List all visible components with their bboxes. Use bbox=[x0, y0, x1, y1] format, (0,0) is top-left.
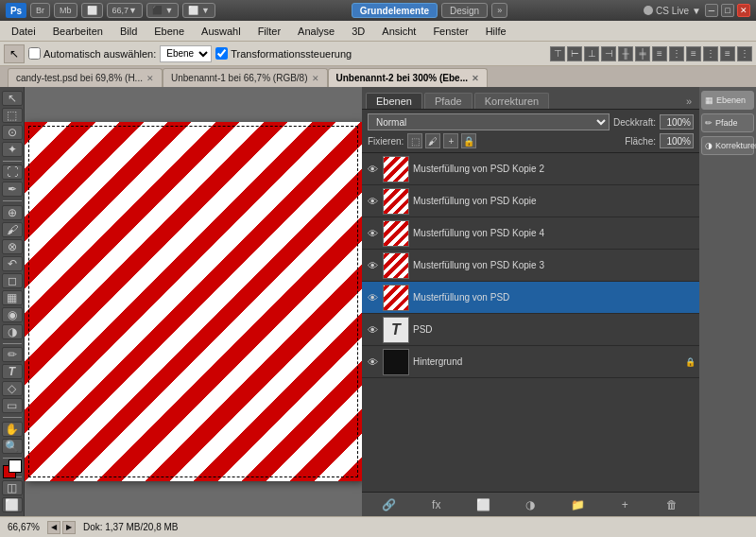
workspace-design[interactable]: Design bbox=[441, 3, 488, 18]
layer-item[interactable]: 👁 T PSD bbox=[362, 314, 699, 346]
distribute-btn-4[interactable]: ⋮ bbox=[703, 46, 718, 61]
menu-ansicht[interactable]: Ansicht bbox=[374, 24, 423, 39]
layer-item[interactable]: 👁 Musterfüllung von PSD Kopie 2 bbox=[362, 153, 699, 185]
menu-bearbeiten[interactable]: Bearbeiten bbox=[45, 24, 111, 39]
tab-close-unbenannt1[interactable]: ✕ bbox=[312, 74, 319, 83]
nav-next-btn[interactable]: ▶ bbox=[62, 521, 76, 534]
align-btn-6[interactable]: ╪ bbox=[635, 46, 650, 61]
layer-visibility-toggle[interactable]: 👁 bbox=[366, 291, 379, 304]
heal-tool[interactable]: ⊕ bbox=[2, 205, 23, 220]
transform-checkbox[interactable] bbox=[215, 47, 228, 60]
layer-item[interactable]: 👁 Musterfüllung von PSD Kopie bbox=[362, 185, 699, 217]
crop-tool[interactable]: ⛶ bbox=[2, 165, 23, 180]
panel-more-btn[interactable]: » bbox=[682, 94, 696, 109]
layer-mask-btn[interactable]: ⬜ bbox=[474, 496, 493, 513]
menu-auswahl[interactable]: Auswahl bbox=[194, 24, 249, 39]
view-btn[interactable]: ⬛ ▼ bbox=[146, 3, 179, 18]
brush-tool[interactable]: 🖌 bbox=[2, 222, 23, 237]
zoom-tool[interactable]: 🔍 bbox=[2, 439, 23, 454]
menu-3d[interactable]: 3D bbox=[344, 24, 372, 39]
eyedropper-tool[interactable]: ✒ bbox=[2, 182, 23, 197]
layer-style-btn[interactable]: fx bbox=[427, 496, 446, 513]
menu-analyse[interactable]: Analyse bbox=[290, 24, 342, 39]
tab-pfade[interactable]: Pfade bbox=[424, 93, 472, 109]
workspace-more[interactable]: » bbox=[491, 3, 507, 18]
layer-item[interactable]: 👁 Musterfüllung von PSD Kopie 3 bbox=[362, 250, 699, 282]
pen-tool[interactable]: ✏ bbox=[2, 347, 23, 362]
bridge-btn[interactable]: Br bbox=[30, 3, 50, 18]
path-tool[interactable]: ◇ bbox=[2, 381, 23, 396]
close-btn[interactable]: ✕ bbox=[737, 4, 750, 17]
align-btn-4[interactable]: ⊣ bbox=[601, 46, 616, 61]
menu-datei[interactable]: Datei bbox=[4, 24, 43, 39]
align-btn-5[interactable]: ╫ bbox=[618, 46, 633, 61]
blur-tool[interactable]: ◉ bbox=[2, 307, 23, 322]
text-tool[interactable]: T bbox=[2, 364, 23, 379]
float-pfade-btn[interactable]: ✏ Pfade bbox=[701, 113, 754, 132]
history-tool[interactable]: ↶ bbox=[2, 256, 23, 271]
float-ebenen-btn[interactable]: ▦ Ebenen bbox=[701, 91, 754, 110]
menu-hilfe[interactable]: Hilfe bbox=[478, 24, 514, 39]
nav-prev-btn[interactable]: ◀ bbox=[47, 521, 60, 534]
align-btn-3[interactable]: ⊥ bbox=[584, 46, 599, 61]
distribute-btn-1[interactable]: ≡ bbox=[652, 46, 667, 61]
maximize-btn[interactable]: □ bbox=[721, 4, 734, 17]
magic-wand[interactable]: ✦ bbox=[2, 142, 23, 157]
link-layers-btn[interactable]: 🔗 bbox=[380, 496, 399, 513]
tab-candy[interactable]: candy-test.psd bei 69,8% (H... ✕ bbox=[8, 68, 163, 87]
lock-image[interactable]: 🖌 bbox=[425, 133, 440, 148]
extra-btn[interactable]: ⬜ ▼ bbox=[182, 3, 215, 18]
auto-select-checkbox[interactable] bbox=[28, 47, 41, 60]
gradient-tool[interactable]: ▦ bbox=[2, 290, 23, 305]
minimize-btn[interactable]: ─ bbox=[705, 4, 718, 17]
layer-visibility-toggle[interactable]: 👁 bbox=[366, 195, 379, 208]
delete-layer-btn[interactable]: 🗑 bbox=[662, 496, 681, 513]
tab-close-candy[interactable]: ✕ bbox=[146, 74, 154, 83]
stamp-tool[interactable]: ⊗ bbox=[2, 239, 23, 254]
layer-visibility-toggle[interactable]: 👁 bbox=[366, 227, 379, 240]
new-group-btn[interactable]: 📁 bbox=[568, 496, 587, 513]
align-btn-2[interactable]: ⊢ bbox=[567, 46, 582, 61]
workspace-grundelemente[interactable]: Grundelemente bbox=[352, 3, 438, 18]
layer-visibility-toggle[interactable]: 👁 bbox=[366, 355, 379, 369]
tab-ebenen[interactable]: Ebenen bbox=[366, 93, 422, 109]
dodge-tool[interactable]: ◑ bbox=[2, 324, 23, 339]
menu-ebene[interactable]: Ebene bbox=[146, 24, 192, 39]
lock-transparent[interactable]: ⬚ bbox=[407, 133, 422, 148]
layer-item[interactable]: 👁 Hintergrund 🔒 bbox=[362, 346, 699, 378]
layer-item[interactable]: 👁 Musterfüllung von PSD Kopie 4 bbox=[362, 217, 699, 250]
layer-visibility-toggle[interactable]: 👁 bbox=[366, 163, 379, 176]
float-korrekturen-btn[interactable]: ◑ Korrekturen bbox=[701, 136, 754, 155]
menu-fenster[interactable]: Fenster bbox=[425, 24, 475, 39]
lasso-tool[interactable]: ⊙ bbox=[2, 125, 23, 140]
tab-korrekturen[interactable]: Korrekturen bbox=[474, 93, 549, 109]
layer-visibility-toggle[interactable]: 👁 bbox=[366, 259, 379, 272]
quick-mask[interactable]: ◫ bbox=[2, 480, 23, 495]
new-fill-layer-btn[interactable]: ◑ bbox=[521, 496, 540, 513]
zoom-btn[interactable]: 66,7 ▼ bbox=[107, 3, 143, 18]
menu-bild[interactable]: Bild bbox=[112, 24, 145, 39]
fill-input[interactable] bbox=[660, 133, 694, 148]
color-picker[interactable] bbox=[3, 465, 22, 473]
layer-visibility-toggle[interactable]: 👁 bbox=[366, 323, 379, 337]
move-tool[interactable]: ↖ bbox=[2, 91, 23, 106]
marquee-tool[interactable]: ⬚ bbox=[2, 108, 23, 123]
background-color[interactable] bbox=[9, 459, 22, 473]
tab-close-unbenannt2[interactable]: ✕ bbox=[472, 74, 479, 83]
distribute-btn-6[interactable]: ⋮ bbox=[737, 46, 752, 61]
lock-position[interactable]: + bbox=[443, 133, 458, 148]
frame-btn[interactable]: ⬜ bbox=[81, 3, 103, 18]
screen-mode[interactable]: ⬜ bbox=[2, 497, 23, 512]
tab-unbenannt2[interactable]: Unbenannt-2 bei 300% (Ebe... ✕ bbox=[328, 68, 488, 87]
blend-mode-select[interactable]: Normal bbox=[368, 113, 610, 130]
tab-unbenannt1[interactable]: Unbenannt-1 bei 66,7% (RGB/8) ✕ bbox=[163, 68, 328, 87]
cslive-btn[interactable]: CS Live ▼ bbox=[644, 6, 701, 16]
shape-tool[interactable]: ▭ bbox=[2, 398, 23, 413]
distribute-btn-2[interactable]: ⋮ bbox=[669, 46, 684, 61]
distribute-btn-3[interactable]: ≡ bbox=[686, 46, 701, 61]
eraser-tool[interactable]: ◻ bbox=[2, 273, 23, 288]
distribute-btn-5[interactable]: ≡ bbox=[720, 46, 735, 61]
minibrige-btn[interactable]: Mb bbox=[54, 3, 77, 18]
hand-tool[interactable]: ✋ bbox=[2, 422, 23, 437]
layer-select[interactable]: Ebene bbox=[160, 45, 212, 62]
